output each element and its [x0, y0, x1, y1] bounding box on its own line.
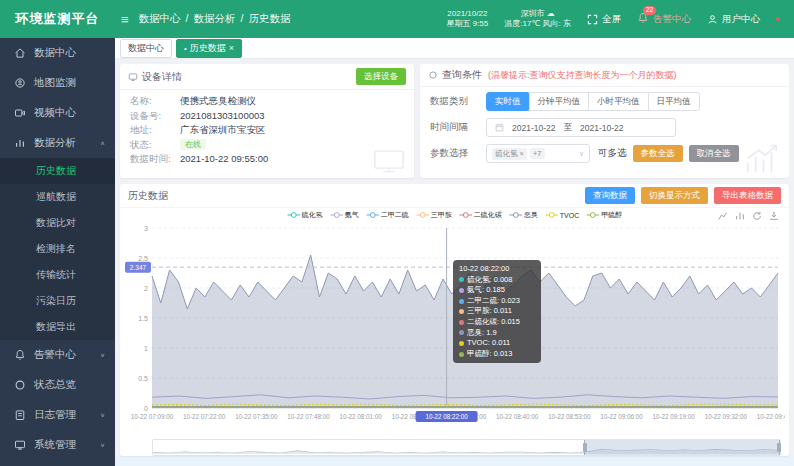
switch-display-button[interactable]: 切换显示方式 — [641, 187, 708, 204]
download-icon[interactable] — [769, 211, 779, 221]
category-button[interactable]: 实时值 — [486, 92, 530, 111]
param-select[interactable]: 硫化氢 × +7 ∨ — [486, 144, 590, 163]
svg-text:10-22 09:32:00: 10-22 09:32:00 — [705, 413, 748, 420]
tooltip-row: 二甲二硫: 0.023 — [459, 296, 535, 307]
sidebar-item-map-monitor[interactable]: 地图监测 — [0, 68, 115, 98]
query-data-button[interactable]: 查询数据 — [585, 187, 635, 204]
tab-history-data[interactable]: • 历史数据 × — [176, 39, 242, 58]
category-button[interactable]: 小时平均值 — [588, 92, 649, 111]
sidebar-item-video-center[interactable]: 视频中心 — [0, 98, 115, 128]
sidebar-subitem[interactable]: 数据比对 — [0, 210, 115, 236]
sidebar-collapse-icon[interactable]: ≡ — [121, 12, 129, 27]
user-center-button[interactable]: 用户中心 — [707, 13, 760, 26]
field-label: 设备号: — [130, 109, 180, 124]
field-label: 地址: — [130, 123, 180, 138]
device-field-row: 数据时间:2021-10-22 09:55:00 — [130, 152, 404, 167]
sidebar-subitem[interactable]: 历史数据 — [0, 158, 115, 184]
device-field-row: 设备号:2021081303100003 — [130, 109, 404, 124]
date-range-input[interactable]: 2021-10-22 至 2021-10-22 — [486, 118, 676, 137]
device-field-row: 状态:在线 — [130, 138, 404, 153]
legend-marker-icon — [509, 211, 522, 220]
legend-item[interactable]: TVOC — [545, 211, 579, 220]
series-dot-icon — [459, 299, 464, 304]
tooltip-row: 恶臭: 1.9 — [459, 328, 535, 339]
sidebar-item-log-management[interactable]: 日志管理∨ — [0, 400, 115, 430]
device-detail-panel: 设备详情 选择设备 名称:便携式恶臭检测仪设备号:202108130310000… — [120, 64, 414, 178]
sidebar-subitem[interactable]: 数据导出 — [0, 314, 115, 340]
sidebar-item-status-overview[interactable]: 状态总览 — [0, 370, 115, 400]
legend-item[interactable]: 二硫化碳 — [459, 210, 502, 220]
datazoom-slider[interactable] — [152, 439, 781, 456]
datazoom-right-handle[interactable] — [777, 443, 781, 452]
user-icon — [707, 14, 718, 25]
datazoom-left-handle[interactable] — [583, 443, 587, 452]
series-dot-icon — [459, 288, 464, 293]
param-tag[interactable]: 硫化氢 × — [492, 148, 527, 160]
field-value: 2021081303100003 — [180, 109, 265, 124]
legend-item[interactable]: 恶臭 — [509, 210, 538, 220]
sidebar-subitem[interactable]: 巡航数据 — [0, 184, 115, 210]
field-value: 便携式恶臭检测仪 — [180, 94, 256, 109]
status-badge: 在线 — [180, 139, 206, 150]
query-tip: (温馨提示:查询仅支持查询长度为一个月的数据) — [488, 69, 677, 82]
sidebar-item-data-analysis[interactable]: 数据分析∧ — [0, 128, 115, 158]
sidebar-subitem[interactable]: 检测排名 — [0, 236, 115, 262]
svg-text:2.5: 2.5 — [138, 255, 148, 262]
series-dot-icon — [459, 309, 464, 314]
series-dot-icon — [459, 341, 464, 346]
sidebar-item-alarm-center[interactable]: 告警中心∨ — [0, 340, 115, 370]
fullscreen-icon — [587, 14, 598, 25]
history-panel-title: 历史数据 — [128, 189, 168, 203]
chevron-down-icon: ∨ — [579, 150, 584, 158]
home-icon — [14, 47, 27, 60]
sidebar-item-data-screen[interactable]: 数据大屏 — [0, 460, 115, 466]
svg-text:10-22 09:19:00: 10-22 09:19:00 — [652, 413, 695, 420]
select-device-button[interactable]: 选择设备 — [356, 68, 406, 85]
field-value: 广东省深圳市宝安区 — [180, 123, 266, 138]
field-label: 状态: — [130, 138, 180, 153]
field-label: 名称: — [130, 94, 180, 109]
export-table-button[interactable]: 导出表格数据 — [714, 187, 781, 204]
legend-item[interactable]: 二甲二硫 — [366, 210, 409, 220]
close-icon[interactable]: × — [229, 43, 234, 53]
legend-item[interactable]: 硫化氢 — [287, 210, 323, 220]
history-chart[interactable]: 硫化氢氨气二甲二硫三甲胺二硫化碳恶臭TVOC甲硫醇 00.511.522.531… — [120, 208, 789, 458]
legend-item[interactable]: 甲硫醇 — [586, 210, 622, 220]
sidebar-subitem[interactable]: 污染日历 — [0, 288, 115, 314]
alarm-center-button[interactable]: 22 告警中心 — [637, 12, 691, 26]
query-condition-panel: 查询条件 (温馨提示:查询仅支持查询长度为一个月的数据) 数据类别 实时值分钟平… — [420, 64, 789, 178]
tooltip-time: 10-22 08:22:00 — [459, 264, 535, 275]
legend-item[interactable]: 氨气 — [330, 210, 359, 220]
svg-text:10-22 07:48:00: 10-22 07:48:00 — [287, 413, 330, 420]
restore-icon[interactable] — [752, 211, 762, 221]
chevron-down-icon: ∨ — [100, 442, 105, 448]
svg-text:2: 2 — [144, 285, 148, 292]
breadcrumb-item[interactable]: 数据分析 — [194, 12, 236, 26]
barchart-watermark-icon — [743, 144, 781, 174]
sidebar-item-system-management[interactable]: 系统管理∨ — [0, 430, 115, 460]
device-panel-title: 设备详情 — [142, 70, 182, 84]
main-area: 数据中心 • 历史数据 × 设备详情 选择设备 名称:便携式恶臭检测仪设备号:2… — [115, 38, 794, 466]
device-icon — [128, 72, 138, 82]
chevron-down-icon: ∨ — [100, 352, 105, 358]
query-panel-title: 查询条件 — [442, 68, 482, 82]
breadcrumb-item[interactable]: 数据中心 — [139, 12, 181, 26]
category-button[interactable]: 日平均值 — [648, 92, 700, 111]
sidebar-item-data-center[interactable]: 数据中心 — [0, 38, 115, 68]
category-button[interactable]: 分钟平均值 — [529, 92, 590, 111]
fullscreen-button[interactable]: 全屏 — [587, 13, 621, 26]
tooltip-row: 二硫化碳: 0.015 — [459, 317, 535, 328]
sidebar-subitem[interactable]: 传输统计 — [0, 262, 115, 288]
svg-text:3: 3 — [144, 225, 148, 232]
tab-data-center[interactable]: 数据中心 — [120, 39, 172, 58]
select-all-params-button[interactable]: 参数全选 — [633, 145, 683, 162]
header-datetime: 2021/10/22星期五 9:55 — [446, 9, 488, 29]
legend-item[interactable]: 三甲胺 — [416, 210, 452, 220]
monitor-watermark-icon — [372, 148, 406, 174]
line-chart-icon[interactable] — [718, 211, 728, 221]
clear-all-params-button[interactable]: 取消全选 — [689, 145, 739, 162]
field-value: 2021-10-22 09:55:00 — [180, 152, 268, 167]
chart-tooltip: 10-22 08:22:00 硫化氢: 0.008氨气: 0.185二甲二硫: … — [453, 260, 541, 363]
bar-chart-icon[interactable] — [735, 211, 745, 221]
datazoom-window[interactable] — [584, 440, 780, 455]
